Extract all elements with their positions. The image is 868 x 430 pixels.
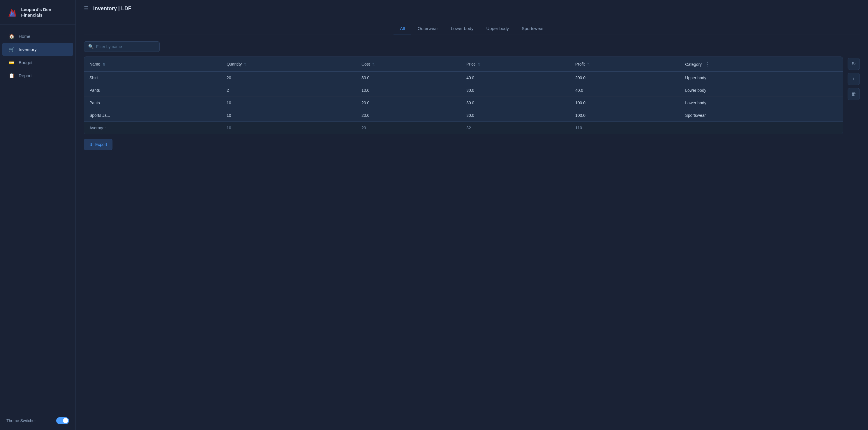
col-header-price[interactable]: Price ⇅	[461, 57, 570, 72]
filter-input[interactable]	[96, 44, 155, 49]
cell-category-2: Lower body	[680, 97, 843, 109]
sidebar-item-budget[interactable]: 💳 Budget	[2, 56, 73, 69]
delete-icon: 🗑	[851, 91, 856, 97]
logo-area: Leopard's Den Financials	[0, 0, 75, 25]
tab-lower-body[interactable]: Lower body	[444, 23, 480, 34]
main-content: ☰ Inventory | LDF All Outerwear Lower bo…	[76, 0, 868, 430]
add-icon: +	[852, 76, 855, 82]
cell-name-3: Sports Ja...	[84, 109, 221, 122]
cell-profit-3: 100.0	[570, 109, 680, 122]
add-button[interactable]: +	[847, 73, 860, 85]
export-area: ⬇ Export	[84, 139, 860, 150]
inventory-table-wrap: Name ⇅ Quantity ⇅ Cost ⇅	[84, 57, 843, 134]
tab-outerwear[interactable]: Outerwear	[411, 23, 444, 34]
sort-profit-icon: ⇅	[587, 63, 590, 66]
app-logo	[6, 6, 18, 19]
budget-icon: 💳	[9, 60, 14, 65]
sidebar-label-budget: Budget	[19, 60, 33, 65]
action-buttons: ↻ + 🗑	[847, 57, 860, 100]
delete-button[interactable]: 🗑	[847, 88, 860, 100]
table-area: Name ⇅ Quantity ⇅ Cost ⇅	[84, 57, 860, 134]
table-body: Shirt2030.040.0200.0Upper bodyPants210.0…	[84, 72, 843, 122]
cell-cost-1: 10.0	[356, 84, 461, 97]
topbar: ☰ Inventory | LDF	[76, 0, 868, 17]
tab-sportswear[interactable]: Sportswear	[515, 23, 550, 34]
tab-upper-body[interactable]: Upper body	[480, 23, 515, 34]
col-header-quantity[interactable]: Quantity ⇅	[221, 57, 356, 72]
filter-bar: 🔍	[84, 41, 860, 52]
cell-category-3: Sportswear	[680, 109, 843, 122]
cell-cost-0: 30.0	[356, 72, 461, 84]
cell-profit-2: 100.0	[570, 97, 680, 109]
content-area: All Outerwear Lower body Upper body Spor…	[76, 17, 868, 430]
sidebar-nav: 🏠 Home 🛒 Inventory 💳 Budget 📋 Report	[0, 25, 75, 411]
col-header-category[interactable]: Category ⋮	[680, 57, 843, 72]
sidebar-item-inventory[interactable]: 🛒 Inventory	[2, 43, 73, 56]
sidebar-label-home: Home	[19, 34, 30, 39]
average-row: Average: 10 20 32 110	[84, 122, 843, 134]
table-row[interactable]: Shirt2030.040.0200.0Upper body	[84, 72, 843, 84]
app-name: Leopard's Den Financials	[21, 7, 70, 18]
sidebar-label-inventory: Inventory	[19, 47, 37, 52]
table-header-row: Name ⇅ Quantity ⇅ Cost ⇅	[84, 57, 843, 72]
export-label: Export	[95, 142, 107, 147]
toggle-knob	[63, 418, 68, 423]
sort-quantity-icon: ⇅	[244, 63, 247, 66]
cell-price-0: 40.0	[461, 72, 570, 84]
refresh-icon: ↻	[852, 61, 856, 67]
cell-name-0: Shirt	[84, 72, 221, 84]
filter-input-wrap: 🔍	[84, 41, 160, 52]
inventory-table: Name ⇅ Quantity ⇅ Cost ⇅	[84, 57, 843, 134]
col-header-name[interactable]: Name ⇅	[84, 57, 221, 72]
sidebar: Leopard's Den Financials 🏠 Home 🛒 Invent…	[0, 0, 76, 430]
cell-cost-3: 20.0	[356, 109, 461, 122]
cell-quantity-1: 2	[221, 84, 356, 97]
col-header-profit[interactable]: Profit ⇅	[570, 57, 680, 72]
cell-name-2: Pants	[84, 97, 221, 109]
export-icon: ⬇	[89, 142, 93, 147]
avg-cost: 20	[356, 122, 461, 134]
category-tabs: All Outerwear Lower body Upper body Spor…	[84, 17, 860, 34]
cell-price-3: 30.0	[461, 109, 570, 122]
theme-label: Theme Switcher	[6, 418, 36, 423]
report-icon: 📋	[9, 73, 14, 79]
refresh-button[interactable]: ↻	[847, 58, 860, 70]
table-row[interactable]: Pants1020.030.0100.0Lower body	[84, 97, 843, 109]
sidebar-label-report: Report	[19, 73, 32, 78]
export-button[interactable]: ⬇ Export	[84, 139, 113, 150]
cell-profit-0: 200.0	[570, 72, 680, 84]
cell-price-1: 30.0	[461, 84, 570, 97]
table-row[interactable]: Pants210.030.040.0Lower body	[84, 84, 843, 97]
sort-name-icon: ⇅	[102, 63, 105, 66]
column-options-icon[interactable]: ⋮	[703, 61, 712, 67]
home-icon: 🏠	[9, 33, 14, 39]
table-row[interactable]: Sports Ja...1020.030.0100.0Sportswear	[84, 109, 843, 122]
cell-quantity-2: 10	[221, 97, 356, 109]
menu-icon[interactable]: ☰	[84, 5, 89, 12]
avg-category	[680, 122, 843, 134]
cell-cost-2: 20.0	[356, 97, 461, 109]
cell-quantity-3: 10	[221, 109, 356, 122]
cell-price-2: 30.0	[461, 97, 570, 109]
sort-cost-icon: ⇅	[372, 63, 375, 66]
theme-toggle[interactable]	[56, 417, 69, 424]
avg-quantity: 10	[221, 122, 356, 134]
search-icon: 🔍	[88, 44, 94, 49]
cell-category-1: Lower body	[680, 84, 843, 97]
avg-price: 32	[461, 122, 570, 134]
page-title: Inventory | LDF	[93, 5, 131, 12]
sort-price-icon: ⇅	[478, 63, 480, 66]
cell-category-0: Upper body	[680, 72, 843, 84]
cell-name-1: Pants	[84, 84, 221, 97]
sidebar-item-report[interactable]: 📋 Report	[2, 69, 73, 82]
col-header-cost[interactable]: Cost ⇅	[356, 57, 461, 72]
tab-all[interactable]: All	[394, 23, 411, 34]
cell-profit-1: 40.0	[570, 84, 680, 97]
inventory-icon: 🛒	[9, 47, 14, 52]
cell-quantity-0: 20	[221, 72, 356, 84]
avg-profit: 110	[570, 122, 680, 134]
sidebar-footer: Theme Switcher	[0, 411, 75, 430]
avg-label: Average:	[84, 122, 221, 134]
sidebar-item-home[interactable]: 🏠 Home	[2, 30, 73, 42]
